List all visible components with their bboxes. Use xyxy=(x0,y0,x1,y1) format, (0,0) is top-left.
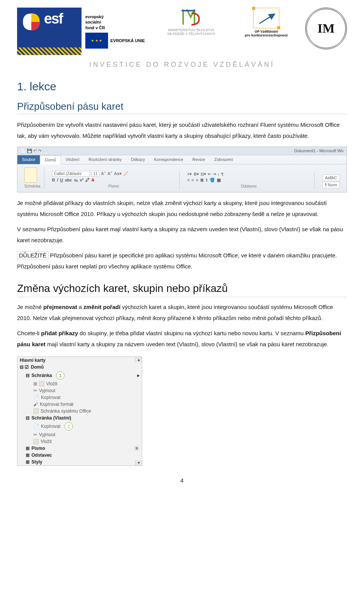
sub-icon: x₂ xyxy=(74,178,78,183)
paste-small-icon xyxy=(33,439,39,444)
section-2-title: Změna výchozích karet, skupin nebo příka… xyxy=(17,282,347,297)
esf-logo: esf xyxy=(17,8,82,55)
font-color-icon: A xyxy=(91,178,94,183)
op-logo-icon xyxy=(253,8,279,28)
tree-header: Hlavní karty xyxy=(17,357,142,364)
callout-2: 2 xyxy=(64,422,73,430)
msmt-logo-icon xyxy=(180,8,203,27)
scroll-up-icon: ▴ xyxy=(135,357,142,362)
p6-bold-add: přidat příkazy xyxy=(41,330,78,336)
bullets-icon: ≡▾ xyxy=(187,172,192,177)
indent-inc-icon: ⇥ xyxy=(213,172,216,177)
style-box: ¶ Norm xyxy=(322,182,340,188)
lesson-subtitle: Přizpůsobení pásu karet xyxy=(17,101,347,114)
tree-item: Vložit xyxy=(17,438,142,445)
tagline: INVESTICE DO ROZVOJE VZDĚLÁVÁNÍ xyxy=(17,61,347,69)
paragraph-intro: Přizpůsobením lze vytvořit vlastní nasta… xyxy=(17,120,347,141)
esf-eu-block: esf evropský sociální fond v ČR EVROPSKÁ… xyxy=(17,8,145,55)
qat-icons: 📄 💾 ↶ ↷ xyxy=(20,148,41,153)
bold-icon: B xyxy=(52,178,55,183)
cut-icon: ✂ xyxy=(33,388,37,393)
font-shrink-icon: A˅ xyxy=(108,171,113,176)
paragraph-4-text: Přizpůsobení pásu karet je specifické pr… xyxy=(17,252,337,270)
tree-item: ✂Vyjmout xyxy=(17,387,142,394)
msmt-line2: MLÁDEŽE A TĚLOVÝCHOVY xyxy=(155,32,228,36)
ribbon-group-clipboard: Schránka xyxy=(20,167,44,189)
scroll-thumb-icon: ≡ xyxy=(134,446,140,451)
format-painter-icon: 🖌 xyxy=(33,402,38,407)
scroll-down-icon: ▾ xyxy=(135,460,142,465)
font-name-combo: Calibri (Základní xyxy=(52,171,90,177)
align-right-icon: ≡ xyxy=(196,178,198,183)
ribbon-tabs: Soubor Domů Vložení Rozložení stránky Od… xyxy=(17,155,347,164)
word-ribbon-screenshot: 📄 💾 ↶ ↷ Dokument1 - Microsoft Wo Soubor … xyxy=(17,147,347,192)
clear-format-icon: 🧹 xyxy=(123,171,129,176)
ribbon-group-paragraph: ≡▾ ≣▾ ⊟▾ ⇤ ⇥ ↕ ¶ ≡ ≡ ≡ ≣ ‡ 🪣 ▦ Ods xyxy=(184,172,315,189)
university-seal: IM xyxy=(305,8,347,49)
justify-icon: ≣ xyxy=(200,178,204,183)
ribbon-group-font: Calibri (Základní 11 A˄ A˅ Aa▾ 🧹 B I U a… xyxy=(48,171,179,189)
font-size-combo: 11 xyxy=(91,171,99,177)
style-box: AaBbC xyxy=(322,175,340,181)
p6-part: Chcete-li xyxy=(17,330,41,336)
op-block: OP Vzdělávání pro konkurenceschopnost xyxy=(238,8,295,38)
ribbon-tab: Domů xyxy=(40,155,61,164)
tree-schranka-vlastni: ⊟ Schránka (Vlastní) xyxy=(17,415,142,421)
copy-icon: 📄 xyxy=(33,395,39,400)
tree-item: ⊞ Vložit xyxy=(17,380,142,387)
underline-icon: U xyxy=(60,178,63,183)
paragraph-3: V seznamu Přizpůsobení pásu karet mají v… xyxy=(17,224,347,246)
tree-item: 📄Kopírovat xyxy=(17,394,142,401)
paragraph-6: Chcete-li přidat příkazy do skupiny, je … xyxy=(17,328,347,350)
page-number: 4 xyxy=(17,477,347,484)
strike-icon: abc xyxy=(65,178,72,183)
ribbon-tab: Zobrazení xyxy=(210,155,238,164)
highlight-icon: 🖍 xyxy=(85,178,89,183)
tree-item: 📄Kopírovat 2 xyxy=(17,421,142,431)
font-grow-icon: A˄ xyxy=(101,171,106,176)
p6-part: mají vlastní karty a skupiny za názvem u… xyxy=(46,341,328,347)
ribbon-customize-tree-screenshot: ▴ Hlavní karty ⊟ ☑ Domů ⊟ Schránka 1 ▸ ⊞… xyxy=(17,356,142,466)
p5-bold-reorder: změnit pořadí xyxy=(83,304,121,310)
op-line2: pro konkurenceschopnost xyxy=(238,34,295,38)
p5-part: a xyxy=(77,304,83,310)
paste-icon xyxy=(24,167,37,183)
indent-dec-icon: ⇤ xyxy=(208,172,211,177)
p5-part: Je možné xyxy=(17,304,43,310)
cut-icon: ✂ xyxy=(33,432,37,437)
group-label: Písmo xyxy=(52,184,175,188)
p6-part: do skupiny, je třeba přidat vlastní skup… xyxy=(78,330,305,336)
ribbon-tab: Rozložení stránky xyxy=(84,155,126,164)
seal-letters: IM xyxy=(317,21,334,36)
paragraph-2: Je možné přidávat příkazy do vlastních s… xyxy=(17,198,347,219)
sup-icon: x² xyxy=(80,178,83,183)
tree-odstavec: ⊞ Odstavec xyxy=(17,452,142,459)
tree-domů: ⊟ ☑ Domů xyxy=(17,364,142,371)
ribbon-tab: Vložení xyxy=(61,155,84,164)
tree-styly: ⊞ Styly xyxy=(17,459,142,465)
group-label: Odstavec xyxy=(187,184,311,188)
esf-caption: evropský sociální fond v ČR xyxy=(85,14,145,30)
header-logo-strip: esf evropský sociální fond v ČR EVROPSKÁ… xyxy=(17,8,347,57)
paste-small-icon xyxy=(39,381,44,386)
eu-caption: EVROPSKÁ UNIE xyxy=(110,38,145,43)
msmt-block: MINISTERSTVO ŠKOLSTVÍ, MLÁDEŽE A TĚLOVÝC… xyxy=(155,8,228,36)
important-label: DŮLEŽITÉ xyxy=(17,251,49,259)
esf-abbrev: esf xyxy=(44,11,63,26)
align-left-icon: ≡ xyxy=(187,178,190,183)
ribbon-tab-file: Soubor xyxy=(17,155,40,164)
italic-icon: I xyxy=(57,178,58,183)
line-spacing-icon: ‡ xyxy=(206,178,208,183)
paragraph-5: Je možné přejmenovat a změnit pořadí výc… xyxy=(17,302,347,323)
sort-icon: ↕ xyxy=(218,172,220,177)
group-label: Schránka xyxy=(24,184,40,188)
shading-icon: 🪣 xyxy=(210,178,215,183)
tree-item: 🖌Kopírovat formát xyxy=(17,401,142,408)
change-case-icon: Aa▾ xyxy=(114,171,121,176)
paragraph-important: DŮLEŽITÉ Přizpůsobení pásu karet je spec… xyxy=(17,250,347,272)
lesson-title: 1. lekce xyxy=(17,80,347,93)
callout-1: 1 xyxy=(56,371,64,380)
ribbon-tab: Odkazy xyxy=(126,155,149,164)
ribbon-doc-title: Dokument1 - Microsoft Wo xyxy=(294,148,344,153)
tree-schranka: ⊟ Schránka 1 ▸ xyxy=(17,371,142,380)
